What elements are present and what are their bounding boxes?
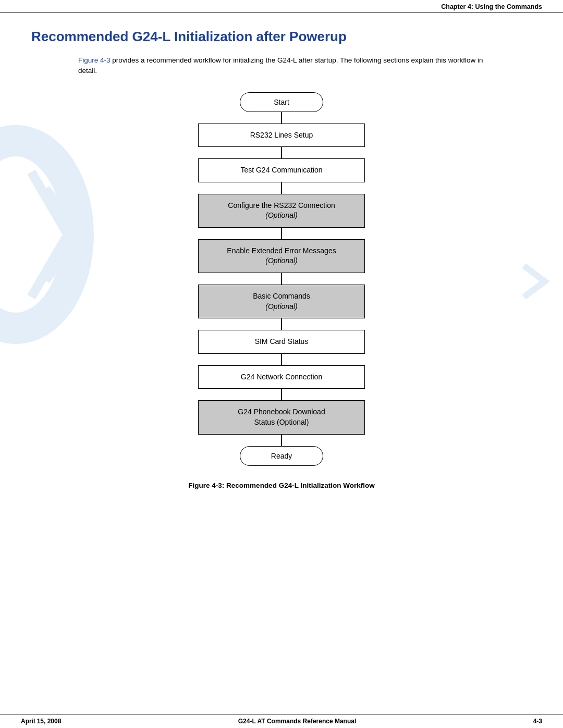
connector-3	[281, 182, 282, 194]
connector-2	[281, 147, 282, 158]
figure-link[interactable]: Figure 4-3	[78, 56, 111, 64]
connector-6	[281, 318, 282, 330]
intro-rest: provides a recommended workflow for init…	[78, 56, 483, 75]
page-title: Recommended G24-L Initialization after P…	[31, 29, 532, 45]
figure-caption: Figure 4-3: Recommended G24-L Initializa…	[31, 482, 532, 489]
optional-label-1: (Optional)	[265, 211, 297, 219]
footer-manual: G24-L AT Commands Reference Manual	[238, 718, 357, 725]
node-sim-card: SIM Card Status	[198, 330, 365, 354]
page-footer: April 15, 2008 G24-L AT Commands Referen…	[0, 714, 563, 728]
node-ready: Ready	[240, 446, 323, 466]
node-start: Start	[240, 92, 323, 112]
intro-paragraph: Figure 4-3 provides a recommended workfl…	[78, 55, 485, 77]
connector-8	[281, 389, 282, 400]
node-basic-commands: Basic Commands (Optional)	[198, 285, 365, 318]
footer-page: 4-3	[533, 718, 542, 725]
node-configure-rs232: Configure the RS232 Connection (Optional…	[198, 194, 365, 228]
node-test-g24: Test G24 Communication	[198, 158, 365, 182]
connector-4	[281, 228, 282, 239]
connector-9	[281, 435, 282, 446]
node-enable-errors: Enable Extended Error Messages (Optional…	[198, 239, 365, 273]
node-g24-network: G24 Network Connection	[198, 365, 365, 389]
chapter-header: Chapter 4: Using the Commands	[0, 0, 563, 13]
connector-1	[281, 112, 282, 124]
connector-5	[281, 273, 282, 285]
connector-7	[281, 354, 282, 365]
node-g24-phonebook: G24 Phonebook Download Status (Optional)	[198, 400, 365, 434]
flowchart: Start RS232 Lines Setup Test G24 Communi…	[156, 92, 407, 466]
chapter-title: Chapter 4: Using the Commands	[441, 3, 542, 10]
optional-label-2: (Optional)	[265, 256, 297, 265]
footer-date: April 15, 2008	[21, 718, 61, 725]
optional-label-3: (Optional)	[265, 302, 297, 311]
node-rs232: RS232 Lines Setup	[198, 124, 365, 147]
main-content: Recommended G24-L Initialization after P…	[0, 13, 563, 531]
